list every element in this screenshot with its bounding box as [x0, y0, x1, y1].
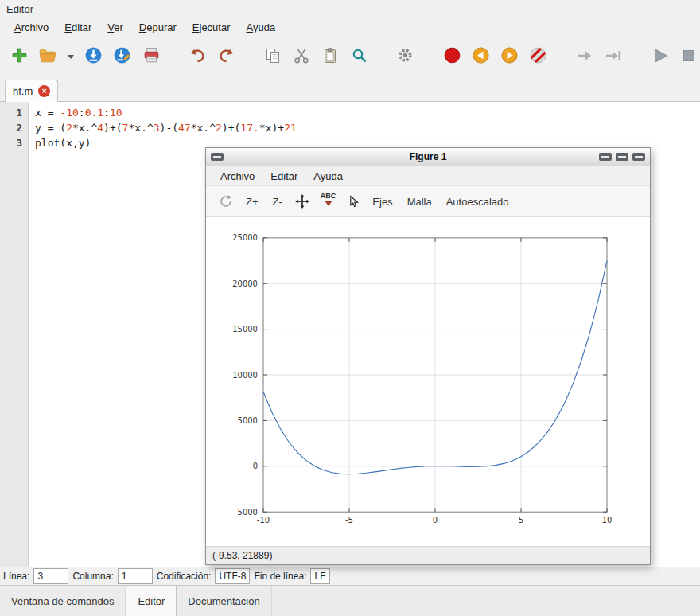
- figure-menubar: ArchivoEditarAyuda: [206, 166, 650, 185]
- zoom-in-button[interactable]: Z+: [239, 192, 265, 212]
- select-cursor-icon[interactable]: [342, 191, 364, 212]
- octave-editor-window: Editor ArchivoEditarVerDepurarEjecutarAy…: [0, 0, 700, 616]
- paste-button[interactable]: [319, 45, 341, 68]
- breakpoint-icon: [443, 46, 461, 67]
- figure-window-menu-button[interactable]: [211, 153, 224, 161]
- rotate-icon[interactable]: [214, 190, 238, 212]
- preferences-button[interactable]: [395, 45, 417, 68]
- figure-statusbar: (-9.53, 21889): [206, 546, 650, 564]
- column-label: Columna:: [72, 571, 113, 582]
- panel-tab-documentacion[interactable]: Documentación: [177, 586, 271, 616]
- save-button[interactable]: [83, 45, 105, 68]
- figure-menu-item-ayuda[interactable]: Ayuda: [305, 168, 351, 185]
- line-number[interactable]: 3: [0, 135, 22, 150]
- editor-tabstrip: hf.m ×: [0, 76, 700, 101]
- editor-statusbar: Línea: 3 Columna: 1 Codificación: UTF-8 …: [0, 567, 700, 586]
- save-icon: [84, 46, 103, 67]
- x-tick-label: 0: [433, 516, 438, 524]
- abc-wedge-icon: [325, 201, 332, 210]
- save-as-icon: [113, 46, 131, 67]
- new-script-button[interactable]: [8, 45, 30, 68]
- menu-item-archivo[interactable]: Archivo: [6, 19, 56, 36]
- line-number[interactable]: 1: [0, 105, 22, 120]
- menu-item-editar[interactable]: Editar: [56, 19, 99, 36]
- eol-label: Fin de línea:: [254, 571, 306, 582]
- menu-item-depurar[interactable]: Depurar: [131, 19, 185, 36]
- window-title: Editor: [6, 3, 33, 15]
- figure-canvas[interactable]: -10-50510-50000500010000150002000025000: [206, 217, 650, 546]
- eol-value-field[interactable]: LF: [310, 568, 329, 584]
- slash-circle-icon: [529, 46, 547, 67]
- figure-window[interactable]: Figure 1 ArchivoEditarAyuda Z+ Z- ABC Ej…: [205, 147, 651, 565]
- plot[interactable]: -10-50510-50000500010000150002000025000: [206, 217, 650, 546]
- figure-menu-item-editar[interactable]: Editar: [262, 168, 305, 185]
- menu-item-ejecutar[interactable]: Ejecutar: [185, 19, 239, 36]
- copy-button[interactable]: [262, 45, 284, 68]
- abc-label: ABC: [321, 193, 336, 200]
- copy-icon: [264, 47, 282, 67]
- toggle-breakpoint-button[interactable]: [441, 45, 463, 68]
- editor-menubar: ArchivoEditarVerDepurarEjecutarAyuda: [0, 18, 700, 37]
- arrow-left-circle-icon: [472, 46, 490, 67]
- y-tick-label: 25000: [232, 233, 258, 242]
- next-breakpoint-button[interactable]: [498, 45, 520, 68]
- tab-close-icon[interactable]: ×: [38, 85, 50, 97]
- clear-breakpoints-button[interactable]: [527, 45, 550, 68]
- figure-toolbar: Z+ Z- ABC Ejes Malla Autoescalado: [206, 185, 650, 217]
- x-tick-label: 5: [519, 516, 523, 524]
- axes-button[interactable]: Ejes: [366, 192, 399, 212]
- figure-maximize-button[interactable]: [616, 153, 628, 161]
- line-number[interactable]: 2: [0, 120, 22, 135]
- plus-icon: [10, 46, 29, 67]
- tab-label: hf.m: [13, 85, 33, 97]
- abc-stack: ABC: [321, 193, 336, 210]
- scissors-icon: [293, 47, 310, 67]
- figure-titlebar[interactable]: Figure 1: [206, 148, 650, 166]
- figure-menu-item-archivo[interactable]: Archivo: [212, 168, 262, 185]
- text-annotation-icon[interactable]: ABC: [316, 189, 341, 214]
- grid-button[interactable]: Malla: [401, 192, 438, 212]
- save-as-button[interactable]: [111, 45, 134, 68]
- menu-item-ver[interactable]: Ver: [99, 19, 131, 36]
- arrow-right-circle-icon: [500, 46, 519, 67]
- y-tick-label: -5000: [235, 508, 258, 517]
- menu-item-ayuda[interactable]: Ayuda: [239, 19, 284, 36]
- figure-window-controls: [599, 153, 645, 161]
- encoding-value-field[interactable]: UTF-8: [215, 568, 250, 584]
- step-button[interactable]: [574, 45, 596, 68]
- y-tick-label: 10000: [232, 371, 258, 380]
- gear-icon: [396, 46, 414, 67]
- undo-button[interactable]: [186, 45, 208, 68]
- play-icon: [651, 46, 670, 68]
- panel-tab-editor[interactable]: Editor: [126, 585, 177, 616]
- run-button[interactable]: [648, 45, 671, 68]
- stop-icon: [680, 47, 698, 67]
- autoscale-button[interactable]: Autoescalado: [440, 192, 515, 212]
- x-tick-label: -5: [345, 516, 353, 524]
- cut-button[interactable]: [290, 45, 313, 68]
- step-out-button[interactable]: [602, 45, 624, 68]
- zoom-out-button[interactable]: Z-: [266, 192, 289, 212]
- x-tick-label: -10: [257, 516, 270, 524]
- redo-button[interactable]: [216, 45, 238, 68]
- code-line: y = (2*x.^4)+(7*x.^3)-(47*x.^2)+(17.*x)+…: [35, 120, 297, 135]
- open-button[interactable]: [37, 45, 59, 68]
- pan-icon[interactable]: [290, 190, 314, 212]
- line-number-gutter[interactable]: 123: [0, 102, 29, 567]
- line-value-field[interactable]: 3: [33, 568, 68, 584]
- stop-button[interactable]: [678, 45, 700, 68]
- print-button[interactable]: [140, 45, 162, 68]
- y-tick-label: 0: [253, 462, 258, 470]
- magnifier-icon: [351, 47, 368, 67]
- figure-title: Figure 1: [410, 151, 447, 162]
- cursor-position-readout: (-9.53, 21889): [212, 550, 272, 561]
- figure-minimize-button[interactable]: [599, 153, 612, 161]
- undo-icon: [189, 46, 207, 67]
- previous-breakpoint-button[interactable]: [469, 45, 492, 68]
- tab-hf-m[interactable]: hf.m ×: [5, 80, 58, 102]
- figure-close-button[interactable]: [632, 153, 645, 161]
- column-value-field[interactable]: 1: [118, 568, 153, 584]
- panel-tab-ventanadecomandos[interactable]: Ventana de comandos: [0, 586, 126, 616]
- find-button[interactable]: [348, 45, 371, 68]
- open-dropdown-button[interactable]: [65, 45, 76, 68]
